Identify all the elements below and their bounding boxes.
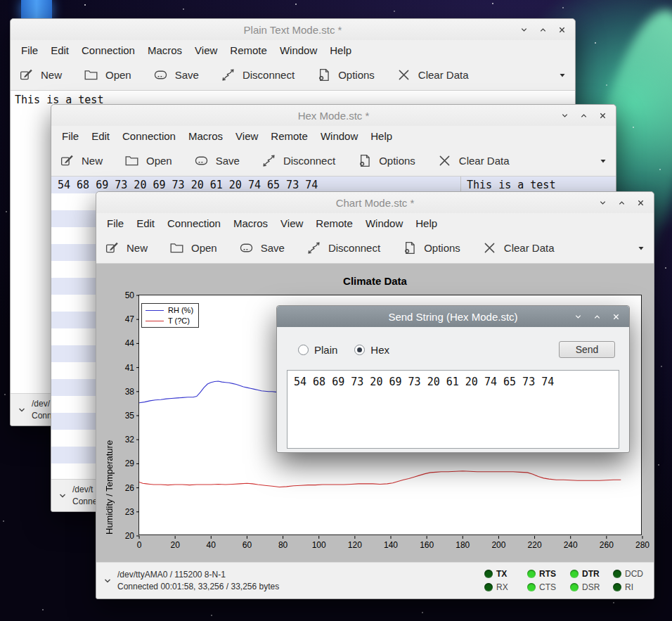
- menu-edit[interactable]: Edit: [44, 42, 75, 58]
- minimize-button[interactable]: [597, 198, 607, 207]
- toolbar-overflow-button[interactable]: [599, 157, 607, 165]
- status-expand-chevron[interactable]: [58, 492, 67, 500]
- status-expand-chevron[interactable]: [18, 406, 26, 414]
- toolbar: New Open Save Disconnect Options Clear D…: [96, 233, 654, 264]
- led-dot: [613, 570, 621, 578]
- options-label: Options: [338, 69, 375, 81]
- menu-edit[interactable]: Edit: [130, 215, 161, 231]
- led-dot: [613, 583, 621, 591]
- toolbar-overflow-button[interactable]: [558, 71, 567, 79]
- legend-row: T (?C): [146, 316, 193, 325]
- save-button[interactable]: Save: [239, 241, 285, 255]
- titlebar[interactable]: Hex Mode.stc *: [51, 105, 616, 126]
- options-gear-icon: [402, 241, 417, 255]
- menu-file[interactable]: File: [56, 128, 85, 144]
- menu-window[interactable]: Window: [273, 42, 323, 58]
- chevron-down-icon: [561, 112, 569, 120]
- menu-macros[interactable]: Macros: [227, 215, 274, 231]
- menu-connection[interactable]: Connection: [116, 128, 182, 144]
- x-tick-label: 260: [600, 540, 614, 550]
- led-column: DTR DSR: [570, 569, 604, 592]
- menu-connection[interactable]: Connection: [161, 215, 227, 231]
- status-bar: /dev/ttyAMA0 / 115200 8-N-1 Connected 00…: [96, 562, 654, 598]
- minimize-button[interactable]: [560, 110, 569, 120]
- menu-file[interactable]: File: [15, 42, 44, 58]
- maximize-button[interactable]: [616, 198, 626, 207]
- options-button[interactable]: Options: [357, 153, 415, 168]
- minimize-button[interactable]: [519, 25, 529, 34]
- menu-connection[interactable]: Connection: [75, 42, 141, 58]
- menu-help[interactable]: Help: [323, 42, 358, 58]
- menu-view[interactable]: View: [274, 215, 309, 231]
- menu-macros[interactable]: Macros: [182, 128, 229, 144]
- radio-hex[interactable]: Hex: [354, 344, 389, 356]
- send-string-input[interactable]: 54 68 69 73 20 69 73 20 61 20 74 65 73 7…: [287, 370, 619, 449]
- send-button[interactable]: Send: [559, 341, 615, 358]
- clear-data-button[interactable]: Clear Data: [396, 68, 469, 82]
- menu-remote[interactable]: Remote: [264, 128, 314, 144]
- menu-window[interactable]: Window: [359, 215, 409, 231]
- titlebar[interactable]: Plain Text Mode.stc *: [11, 19, 575, 40]
- new-icon: [105, 241, 119, 255]
- y-tick-label: 32: [125, 435, 134, 444]
- status-expand-chevron[interactable]: [103, 577, 112, 585]
- menu-file[interactable]: File: [101, 215, 130, 231]
- x-tick-label: 20: [170, 540, 179, 550]
- close-button[interactable]: [597, 110, 607, 120]
- minimize-button[interactable]: [573, 312, 583, 321]
- dialog-titlebar[interactable]: Send String (Hex Mode.stc): [277, 306, 629, 327]
- radio-plain[interactable]: Plain: [298, 344, 337, 356]
- maximize-button[interactable]: [579, 110, 588, 120]
- menu-remote[interactable]: Remote: [309, 215, 359, 231]
- new-button[interactable]: New: [19, 68, 62, 82]
- led-label: DSR: [582, 582, 600, 592]
- radio-hex-circle[interactable]: [354, 345, 365, 355]
- open-button[interactable]: Open: [124, 153, 172, 168]
- menu-remote[interactable]: Remote: [224, 42, 273, 58]
- y-tick-label: 23: [125, 507, 134, 517]
- maximize-button[interactable]: [592, 312, 602, 321]
- menu-help[interactable]: Help: [364, 128, 399, 144]
- disconnect-button[interactable]: Disconnect: [306, 241, 380, 255]
- radio-plain-circle[interactable]: [298, 345, 309, 355]
- toolbar: New Open Save Disconnect Options Clear D…: [51, 146, 616, 177]
- close-icon: [558, 26, 566, 34]
- titlebar[interactable]: Chart Mode.stc *: [96, 192, 654, 213]
- disconnect-button[interactable]: Disconnect: [261, 153, 335, 168]
- options-button[interactable]: Options: [316, 68, 375, 82]
- close-button[interactable]: [611, 312, 621, 321]
- save-button[interactable]: Save: [194, 153, 240, 168]
- caret-down-icon: [637, 244, 645, 252]
- clear-data-button[interactable]: Clear Data: [482, 241, 555, 255]
- options-button[interactable]: Options: [402, 241, 460, 255]
- toolbar-overflow-button[interactable]: [637, 244, 645, 252]
- close-button[interactable]: [635, 198, 645, 207]
- open-button[interactable]: Open: [84, 68, 131, 82]
- clear-data-label: Clear Data: [459, 155, 510, 167]
- chevron-down-icon: [103, 577, 112, 585]
- disconnect-button[interactable]: Disconnect: [221, 68, 295, 82]
- open-folder-icon: [169, 241, 184, 255]
- menu-help[interactable]: Help: [409, 215, 444, 231]
- y-tick-label: 50: [125, 290, 134, 300]
- clear-data-button[interactable]: Clear Data: [437, 153, 510, 168]
- new-button[interactable]: New: [105, 241, 148, 255]
- led-dot: [484, 570, 493, 578]
- led-column: DCD RI: [613, 569, 647, 592]
- new-button[interactable]: New: [60, 153, 103, 168]
- maximize-button[interactable]: [538, 25, 548, 34]
- menu-window[interactable]: Window: [314, 128, 364, 144]
- save-button[interactable]: Save: [153, 68, 199, 82]
- chevron-up-icon: [618, 199, 626, 207]
- menu-macros[interactable]: Macros: [141, 42, 188, 58]
- open-button[interactable]: Open: [169, 241, 217, 255]
- legend-label-rh: RH (%): [168, 306, 193, 314]
- menu-bar: File Edit Connection Macros View Remote …: [11, 40, 575, 60]
- menu-view[interactable]: View: [188, 42, 224, 58]
- close-button[interactable]: [557, 25, 567, 34]
- menu-edit[interactable]: Edit: [85, 128, 116, 144]
- legend-label-t: T (?C): [168, 316, 190, 325]
- led-label: RI: [625, 582, 633, 592]
- menu-view[interactable]: View: [229, 128, 264, 144]
- clear-data-icon: [396, 68, 411, 82]
